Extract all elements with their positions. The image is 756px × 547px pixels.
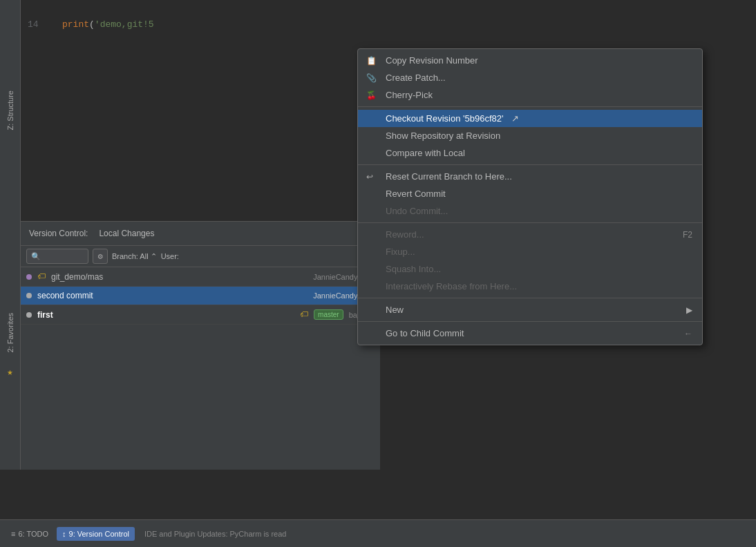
table-row[interactable]: first 🏷 master baji 20 [21, 305, 380, 325]
commit-author: JannieCandy* [313, 291, 361, 300]
menu-item-reset-branch[interactable]: ↩ Reset Current Branch to Here... [358, 168, 702, 185]
cherry-icon: 🍒 [366, 90, 377, 100]
menu-item-cherry-pick[interactable]: 🍒 Cherry-Pick [358, 86, 702, 104]
tag-icon: 🏷 [37, 271, 46, 282]
search-box[interactable]: 🔍 [26, 249, 88, 264]
version-control-button[interactable]: ↕ 9: Version Control [57, 527, 135, 541]
commit-message: git_demo/mas [51, 272, 308, 282]
menu-label: Reword... [386, 229, 424, 240]
menu-item-create-patch[interactable]: 📎 Create Patch... [358, 69, 702, 86]
menu-label: Show Repository at Revision [386, 131, 500, 141]
menu-item-interactive-rebase: Interactively Rebase from Here... [358, 278, 702, 295]
menu-label: Reset Current Branch to Here... [386, 171, 512, 182]
vc-panel: Version Control: Local Changes 🔍 ⚙ Branc… [21, 221, 380, 470]
structure-sidebar: Z: Structure [0, 0, 21, 221]
user-label: User: [161, 252, 179, 260]
menu-item-compare-local[interactable]: Compare with Local [358, 144, 702, 162]
tag-icon: 🏷 [300, 309, 308, 320]
commit-author: JannieCandy* [313, 273, 361, 281]
menu-item-squash: Squash Into... [358, 260, 702, 278]
menu-item-show-repository[interactable]: Show Repository at Revision [358, 127, 702, 144]
bottom-toolbar: ≡ 6: TODO ↕ 9: Version Control IDE and P… [0, 519, 756, 547]
todo-icon: ≡ [11, 530, 15, 538]
vc-icon: ↕ [62, 530, 66, 538]
menu-item-go-to-child[interactable]: Go to Child Commit ← [358, 325, 702, 342]
vc-label: 9: Version Control [69, 530, 129, 538]
code-keyword: print [62, 19, 89, 30]
menu-item-reword: Reword... F2 [358, 226, 702, 243]
search-icon: 🔍 [31, 252, 41, 261]
shortcut-f2: F2 [683, 230, 692, 240]
vc-title: Version Control: [29, 229, 88, 238]
menu-label: Checkout Revision '5b96cf82' [386, 113, 503, 124]
cursor-indicator: ↗ [511, 113, 519, 124]
menu-label: Copy Revision Number [386, 55, 478, 66]
menu-divider [358, 222, 702, 223]
menu-label: Undo Commit... [386, 206, 448, 216]
menu-label: Interactively Rebase from Here... [386, 281, 517, 291]
menu-item-fixup: Fixup... [358, 243, 702, 260]
status-text: IDE and Plugin Updates: PyCharm is read [144, 530, 286, 538]
code-line: print('demo,git!5 [62, 19, 154, 30]
code-paren: ( [89, 19, 95, 30]
local-changes-tab[interactable]: Local Changes [93, 227, 160, 240]
menu-divider [358, 321, 702, 322]
vc-header: Version Control: Local Changes [21, 222, 380, 246]
menu-item-copy-revision[interactable]: 📋 Copy Revision Number [358, 52, 702, 69]
commit-list: 🏷 git_demo/mas JannieCandy* 20 second co… [21, 267, 380, 325]
menu-divider [358, 298, 702, 298]
commit-dot [26, 274, 32, 280]
menu-label: New [386, 305, 404, 315]
shortcut-arrow: ← [684, 329, 692, 338]
menu-item-checkout-revision[interactable]: Checkout Revision '5b96cf82' ↗ [358, 110, 702, 127]
menu-divider [358, 106, 702, 107]
todo-label: 6: TODO [18, 530, 48, 538]
menu-label: Cherry-Pick [386, 90, 433, 100]
menu-label: Go to Child Commit [386, 328, 464, 338]
structure-label: Z: Structure [6, 90, 15, 130]
menu-label: Squash Into... [386, 264, 441, 274]
menu-label: Create Patch... [386, 73, 446, 83]
menu-label: Fixup... [386, 247, 415, 257]
settings-button[interactable]: ⚙ [93, 249, 108, 264]
menu-label: Revert Commit [386, 189, 446, 199]
code-string: 'demo,git!5 [95, 19, 154, 30]
commit-dot [26, 293, 32, 298]
editor-area: 14 print('demo,git!5 [21, 0, 380, 48]
favorites-label: 2: Favorites [6, 313, 15, 352]
line-number: 14 [28, 19, 48, 30]
star-icon: ★ [7, 366, 12, 378]
menu-item-undo-commit: Undo Commit... [358, 202, 702, 220]
branch-label: Branch: All ⌃ [112, 252, 157, 261]
todo-button[interactable]: ≡ 6: TODO [6, 527, 54, 541]
commit-message: second commit [37, 291, 308, 300]
menu-label: Compare with Local [386, 148, 465, 158]
menu-divider [358, 164, 702, 165]
table-row[interactable]: 🏷 git_demo/mas JannieCandy* 20 [21, 267, 380, 287]
menu-item-revert-commit[interactable]: Revert Commit [358, 185, 702, 202]
submenu-arrow-icon: ▶ [686, 305, 692, 315]
commit-dot [26, 312, 32, 318]
menu-item-new[interactable]: New ▶ [358, 301, 702, 318]
reset-icon: ↩ [366, 172, 373, 182]
table-row[interactable]: second commit JannieCandy* 20 [21, 287, 380, 305]
vc-toolbar: 🔍 ⚙ Branch: All ⌃ User: [21, 246, 380, 267]
context-menu: 📋 Copy Revision Number 📎 Create Patch...… [357, 48, 703, 345]
copy-icon: 📋 [366, 56, 377, 66]
commit-message: first [37, 310, 294, 320]
branch-badge: master [314, 309, 343, 320]
patch-icon: 📎 [366, 73, 377, 83]
favorites-sidebar: 2: Favorites ★ [0, 221, 21, 470]
